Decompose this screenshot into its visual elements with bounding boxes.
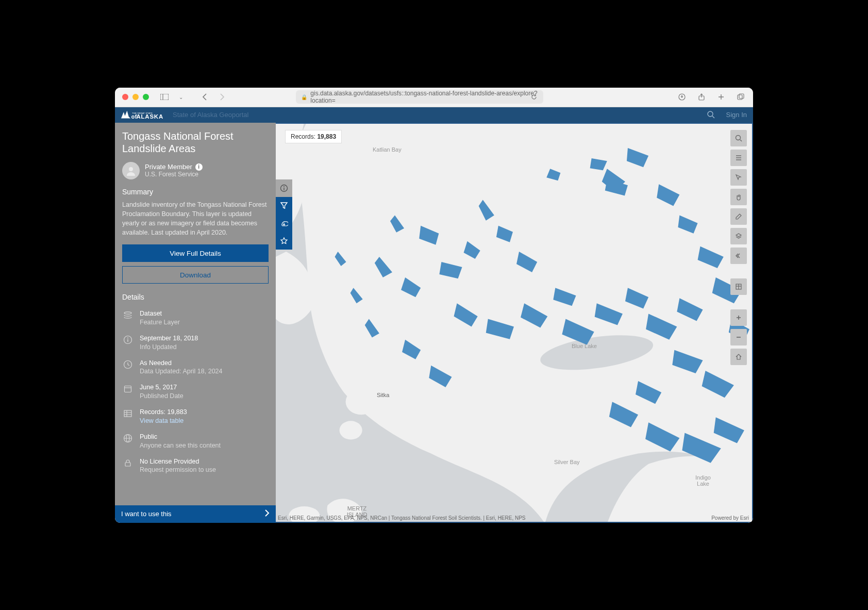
detail-records: Records: 19,883 View data table bbox=[122, 408, 269, 425]
svg-line-9 bbox=[712, 116, 714, 118]
detail-sub: Anyone can see this content bbox=[140, 441, 221, 450]
basemap-button[interactable] bbox=[730, 228, 747, 244]
forward-button[interactable] bbox=[217, 92, 227, 102]
search-icon[interactable] bbox=[707, 110, 716, 120]
detail-sub: Info Updated bbox=[140, 343, 198, 352]
measure-button[interactable] bbox=[730, 208, 747, 225]
collapse-button[interactable] bbox=[730, 248, 747, 264]
detail-published: June 5, 2017 Published Date bbox=[122, 383, 269, 401]
detail-sub: Feature Layer bbox=[140, 318, 180, 327]
detail-label: Records: 19,883 bbox=[140, 408, 187, 417]
summary-heading: Summary bbox=[122, 188, 269, 196]
calendar-icon bbox=[122, 383, 133, 394]
svg-point-32 bbox=[346, 389, 377, 415]
map-attribution: Esri, HERE, Garmin, USGS, EPA, NPS, NRCa… bbox=[278, 515, 526, 521]
detail-label: As Needed bbox=[140, 359, 223, 368]
svg-rect-25 bbox=[125, 463, 130, 466]
detail-dataset: Dataset Feature Layer bbox=[122, 309, 269, 327]
map-search-button[interactable] bbox=[730, 130, 747, 146]
info-icon bbox=[122, 334, 133, 345]
detail-label: No License Provided bbox=[140, 457, 216, 466]
detail-sub: Data Updated: April 18, 2024 bbox=[140, 367, 223, 376]
minimize-window-button[interactable] bbox=[132, 94, 139, 100]
svg-rect-5 bbox=[739, 94, 744, 98]
url-bar[interactable]: 🔒 gis.data.alaska.gov/datasets/usfs::ton… bbox=[296, 90, 543, 104]
detail-license: No License Provided Request permission t… bbox=[122, 457, 269, 475]
map-canvas bbox=[276, 124, 752, 522]
svg-rect-4 bbox=[738, 95, 742, 100]
records-count: 19,883 bbox=[317, 133, 336, 140]
portal-header: THE GREAT STATE of ALASKA State of Alask… bbox=[115, 107, 753, 123]
detail-sub: Published Date bbox=[140, 392, 183, 401]
records-label: Records: bbox=[291, 133, 315, 140]
table-button[interactable] bbox=[730, 278, 747, 295]
traffic-lights bbox=[122, 94, 149, 100]
info-badge-icon[interactable]: i bbox=[195, 163, 203, 171]
layers-icon bbox=[122, 309, 133, 321]
view-data-table-link[interactable]: View data table bbox=[140, 417, 187, 425]
map-powered-by[interactable]: Powered by Esri bbox=[711, 515, 749, 521]
svg-point-34 bbox=[736, 135, 741, 140]
detail-label: Public bbox=[140, 433, 221, 441]
avatar bbox=[122, 162, 140, 179]
i-want-to-use-this-bar[interactable]: I want to use this bbox=[115, 505, 276, 523]
new-tab-icon[interactable] bbox=[716, 92, 726, 102]
sidebar-toggle-icon[interactable] bbox=[159, 92, 170, 102]
details-heading: Details bbox=[122, 293, 269, 301]
author-org: U.S. Forest Service bbox=[145, 171, 203, 178]
tool-rail bbox=[276, 179, 292, 250]
summary-text: Landslide inventory of the Tongass Natio… bbox=[122, 200, 269, 238]
chevron-right-icon bbox=[264, 509, 270, 518]
lock-icon: 🔒 bbox=[301, 94, 307, 100]
detail-sub: Request permission to use bbox=[140, 466, 216, 474]
chevron-down-icon[interactable]: ⌄ bbox=[176, 92, 186, 102]
select-button[interactable] bbox=[730, 169, 747, 186]
detail-label: June 5, 2017 bbox=[140, 383, 183, 392]
author-name[interactable]: Private Member bbox=[145, 163, 192, 171]
svg-point-33 bbox=[340, 421, 362, 439]
zoom-in-button[interactable] bbox=[730, 309, 747, 326]
favorite-tool[interactable] bbox=[276, 232, 292, 250]
author-row: Private Member i U.S. Forest Service bbox=[122, 162, 269, 179]
map-area[interactable]: Katlian Bay Sitka Blue Lake Silver Bay I… bbox=[276, 123, 753, 523]
svg-point-27 bbox=[283, 186, 285, 187]
svg-line-35 bbox=[740, 140, 742, 141]
tabs-icon[interactable] bbox=[736, 92, 746, 102]
filter-tool[interactable] bbox=[276, 197, 292, 215]
download-button[interactable]: Download bbox=[122, 266, 269, 284]
titlebar: ⌄ 🔒 gis.data.alaska.gov/datasets/usfs::t… bbox=[115, 88, 753, 107]
use-bar-label: I want to use this bbox=[121, 510, 172, 518]
download-tool[interactable] bbox=[276, 215, 292, 232]
svg-point-11 bbox=[124, 312, 131, 314]
svg-rect-0 bbox=[160, 94, 169, 100]
pan-button[interactable] bbox=[730, 189, 747, 205]
maximize-window-button[interactable] bbox=[143, 94, 149, 100]
sidebar: Tongass National Forest Landslide Areas … bbox=[115, 123, 276, 523]
view-full-details-button[interactable]: View Full Details bbox=[122, 244, 269, 262]
globe-icon bbox=[122, 433, 133, 444]
info-tool[interactable] bbox=[276, 179, 292, 197]
table-icon bbox=[122, 408, 133, 419]
svg-rect-18 bbox=[124, 410, 131, 417]
lock-icon bbox=[122, 457, 133, 469]
clock-icon bbox=[122, 359, 133, 370]
alaska-logo[interactable]: THE GREAT STATE of ALASKA bbox=[121, 110, 168, 120]
close-window-button[interactable] bbox=[122, 94, 128, 100]
signin-link[interactable]: Sign In bbox=[726, 111, 747, 119]
zoom-out-button[interactable] bbox=[730, 329, 747, 345]
content: Tongass National Forest Landslide Areas … bbox=[115, 123, 753, 523]
browser-window: ⌄ 🔒 gis.data.alaska.gov/datasets/usfs::t… bbox=[115, 88, 753, 523]
home-extent-button[interactable] bbox=[730, 349, 747, 365]
svg-rect-16 bbox=[125, 386, 131, 392]
share-icon[interactable] bbox=[696, 92, 707, 102]
downloads-icon[interactable] bbox=[677, 92, 687, 102]
portal-name[interactable]: State of Alaska Geoportal bbox=[173, 111, 248, 119]
map-tool-rail bbox=[730, 130, 747, 365]
url-text: gis.data.alaska.gov/datasets/usfs::tonga… bbox=[310, 90, 538, 104]
detail-info-updated: September 18, 2018 Info Updated bbox=[122, 334, 269, 352]
legend-button[interactable] bbox=[730, 150, 747, 166]
back-button[interactable] bbox=[199, 92, 210, 102]
records-badge: Records: 19,883 bbox=[285, 130, 342, 143]
app: THE GREAT STATE of ALASKA State of Alask… bbox=[115, 107, 753, 523]
reload-icon[interactable] bbox=[529, 92, 539, 102]
